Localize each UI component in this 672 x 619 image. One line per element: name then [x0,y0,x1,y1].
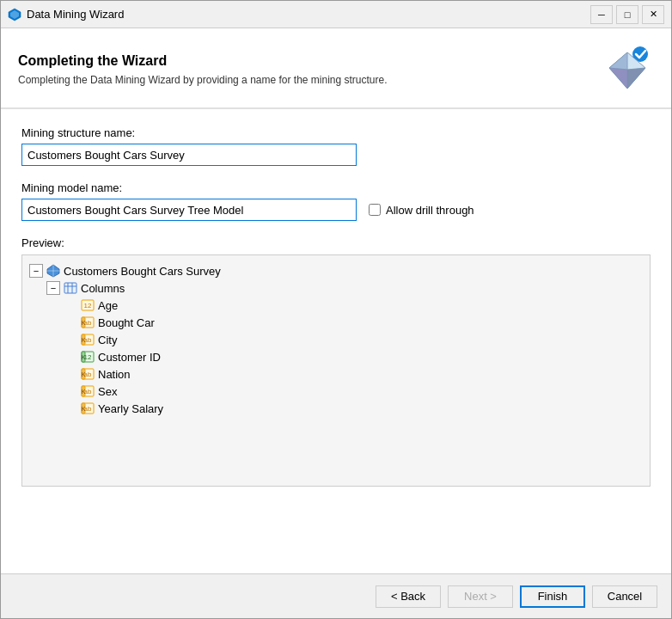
age-label: Age [98,299,118,312]
preview-box: − Customers Bought Cars Survey − [21,254,651,487]
back-button[interactable]: < Back [376,585,441,608]
window-title: Data Mining Wizard [27,8,590,21]
bought-car-label: Bought Car [98,316,155,329]
preview-group: Preview: − Customers Bought Cars Survey [21,236,651,487]
sex-column-icon: ab K [81,384,95,398]
list-item: ab K Sex [64,383,643,400]
model-name-input[interactable] [21,199,357,221]
tree-root: − Customers Bought Cars Survey [29,262,643,279]
svg-marker-7 [609,68,627,89]
svg-text:K: K [82,354,86,360]
yearly-salary-label: Yearly Salary [98,402,163,415]
app-icon [8,8,21,21]
structure-name-input[interactable] [21,144,357,166]
yearly-salary-column-icon: ab K [81,401,95,415]
list-item: 12 Age [64,297,643,314]
wizard-title: Completing the Wizard [18,53,388,69]
main-window: Data Mining Wizard ─ □ ✕ Completing the … [0,0,672,619]
list-item: ab K City [64,331,643,348]
finish-button[interactable]: Finish [520,585,585,608]
svg-text:K: K [82,337,86,343]
tree-columns: − Columns [46,279,643,297]
preview-label: Preview: [21,236,651,249]
sex-label: Sex [98,385,117,398]
bought-car-column-icon: ab K [81,316,95,329]
svg-text:K: K [82,371,86,377]
title-bar: Data Mining Wizard ─ □ ✕ [1,1,671,28]
model-name-group: Mining model name: Allow drill through [21,181,651,221]
model-name-row: Allow drill through [21,199,651,221]
list-item: ab K Yearly Salary [64,400,643,417]
drillthrough-text: Allow drill through [386,204,474,217]
minimize-button[interactable]: ─ [590,5,613,24]
svg-text:K: K [82,406,86,412]
svg-rect-11 [64,283,76,293]
structure-name-group: Mining structure name: [21,126,651,166]
customer-id-column-icon: 12 K [81,350,95,364]
age-column-icon: 12 [81,298,95,312]
next-button[interactable]: Next > [448,585,513,608]
nation-column-icon: ab K [81,367,95,381]
model-name-label: Mining model name: [21,181,651,194]
columns-label: Columns [81,282,125,295]
root-toggle[interactable]: − [29,264,43,278]
cancel-button[interactable]: Cancel [592,585,657,608]
nation-label: Nation [98,368,131,381]
customer-id-label: Customer ID [98,351,161,364]
svg-text:12: 12 [84,302,92,310]
columns-toggle[interactable]: − [46,281,60,295]
city-column-icon: ab K [81,333,95,346]
svg-marker-6 [627,68,645,89]
wizard-footer: < Back Next > Finish Cancel [1,573,671,618]
wizard-header: Completing the Wizard Completing the Dat… [1,28,671,109]
svg-marker-5 [609,52,627,70]
columns-icon [64,281,77,295]
list-item: ab K Nation [64,365,643,383]
close-button[interactable]: ✕ [642,5,664,24]
list-item: ab K Bought Car [64,314,643,331]
svg-text:K: K [82,320,86,326]
wizard-icon [602,44,654,95]
wizard-subtitle: Completing the Data Mining Wizard by pro… [18,74,388,86]
drillthrough-checkbox[interactable] [369,204,381,216]
svg-text:K: K [82,389,86,395]
structure-name-label: Mining structure name: [21,126,651,139]
city-label: City [98,334,117,346]
root-label: Customers Bought Cars Survey [64,265,221,278]
mining-structure-icon [46,264,60,278]
header-text-block: Completing the Wizard Completing the Dat… [18,53,388,86]
drillthrough-label[interactable]: Allow drill through [369,204,474,217]
maximize-button[interactable]: □ [616,5,638,24]
wizard-content: Mining structure name: Mining model name… [1,109,671,573]
window-controls: ─ □ ✕ [590,5,664,24]
list-item: 12 K Customer ID [64,348,643,365]
columns-list: 12 Age ab [46,297,643,417]
